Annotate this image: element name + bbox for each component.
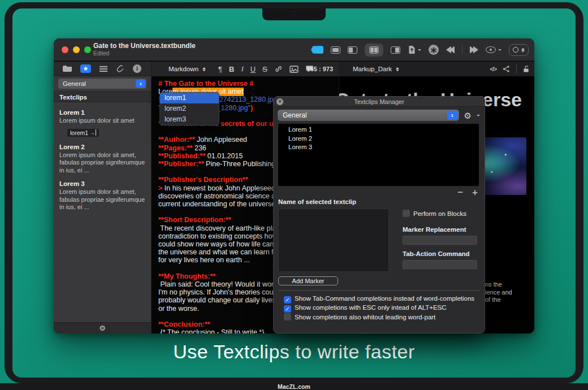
strikethrough-button[interactable]: S (262, 65, 267, 73)
dialog-titlebar: ✕ Textclips Manager (274, 97, 485, 107)
collection-select[interactable]: General (58, 79, 146, 89)
tab-action-label: Tab-Action Command (403, 250, 470, 257)
dialog-title: Textclips Manager (274, 97, 485, 107)
textclips-manager-dialog: ✕ Textclips Manager General ⚙ Lorem 1Lor… (273, 96, 485, 333)
completion-item[interactable]: lorem3 (160, 114, 219, 125)
textclips-asterisk-button[interactable]: ∗ (429, 45, 439, 55)
stepper-chevrons-icon (521, 46, 525, 54)
textclip-title: Lorem 3 (59, 180, 145, 187)
page: Gate to the Universe.textbundle Edited ∗ (0, 0, 588, 390)
forward-arrow-icon (473, 46, 478, 54)
sidebar-footer: ⚙ (54, 322, 151, 333)
add-textclip-button[interactable]: + (472, 187, 478, 198)
name-label: Name of selected textclip (278, 198, 356, 205)
option-esc-completions[interactable]: ✓Show completions with ESC only intead o… (284, 304, 447, 313)
split-view-button[interactable] (365, 44, 383, 57)
chevron-down-icon[interactable] (477, 115, 480, 118)
window-titlebar: Gate to the Universe.textbundle Edited ∗ (54, 38, 534, 61)
textclip-content-textarea[interactable] (278, 209, 389, 272)
minimize-window-button[interactable] (73, 46, 80, 53)
completion-popup: lorem1 lorem2 lorem3 (159, 92, 219, 125)
editor-toolbar: Markdown ¶ B I U S 165 : 973 (152, 62, 339, 76)
dialog-collection-select[interactable]: General (278, 110, 459, 121)
dialog-list-row[interactable]: Lorem 2 (278, 135, 479, 144)
preview-toolbar: Markup_Dark </> (339, 62, 534, 76)
list-icon[interactable] (100, 66, 107, 67)
dialog-textclip-list[interactable]: Lorem 1Lorem 2Lorem 3 (278, 124, 479, 186)
preview-style-select[interactable]: Markup_Dark (353, 66, 399, 73)
textclip-description: Lorem ipsum dolor sit amet (59, 117, 145, 125)
textclip-title: Lorem 2 (59, 144, 145, 150)
select-chevrons-icon (140, 81, 142, 86)
textclip-tag-icon[interactable] (311, 46, 323, 54)
panel-inner-icon[interactable] (331, 46, 340, 54)
editor-line: # The Gate to the Universe # (158, 80, 339, 88)
window-title: Gate to the Universe.textbundle (93, 42, 196, 50)
toolbar-divider (516, 64, 517, 73)
split-view-icon (369, 46, 379, 54)
italic-button[interactable]: I (241, 64, 243, 73)
view-mode-button[interactable] (486, 46, 501, 53)
folder-icon[interactable] (63, 66, 72, 72)
watermark-bar: MacZL.com (0, 383, 588, 390)
info-icon[interactable]: i (133, 64, 141, 73)
sidebar-right-icon[interactable] (391, 46, 400, 54)
option-tab-command-completions[interactable]: ✓Show Tab-Command completions instead of… (284, 295, 474, 304)
perform-on-blocks-checkbox[interactable]: Perform on Blocks (403, 210, 466, 217)
add-marker-button[interactable]: Add Marker (278, 276, 338, 285)
bold-button[interactable]: B (229, 65, 234, 73)
traffic-lights (62, 46, 91, 53)
paragraph-button[interactable]: ¶ (218, 65, 222, 73)
checkbox-icon (403, 210, 410, 217)
eye-icon (486, 46, 496, 53)
zoom-window-button[interactable] (84, 46, 91, 53)
code-icon[interactable]: </> (490, 66, 496, 72)
checkbox-icon: ✓ (284, 296, 291, 304)
sidebar-left-icon[interactable] (348, 46, 357, 54)
focus-mode-control[interactable] (509, 44, 529, 56)
textclip-list-item[interactable]: Lorem 1 Lorem ipsum dolor sit amet lorem… (59, 109, 145, 137)
dialog-toolbar: General ⚙ (278, 110, 480, 121)
marketing-caption: Use Textclips to write faster (12, 341, 576, 363)
tab-arrow-icon: → (89, 129, 96, 136)
select-stepper-button (447, 111, 458, 120)
redo-button[interactable] (470, 46, 478, 54)
dialog-close-button[interactable]: ✕ (276, 98, 283, 105)
share-nodes-icon[interactable] (502, 65, 511, 73)
unlock-icon[interactable] (522, 65, 530, 73)
circle-icon (513, 47, 518, 53)
preview-toolbar-icons: </> (490, 64, 530, 73)
textclip-title: Lorem 1 (59, 109, 145, 116)
chevron-down-icon (498, 49, 501, 53)
paperclip-icon[interactable] (116, 64, 124, 73)
select-chevrons-icon (202, 66, 206, 73)
marker-replacement-field[interactable] (403, 236, 477, 245)
tab-action-field[interactable] (403, 260, 477, 269)
completion-item[interactable]: lorem2 (160, 103, 219, 114)
undo-button[interactable] (446, 46, 455, 54)
textclip-description: Lorem ipsum dolor sit amet, fabulas prop… (59, 188, 145, 211)
camera-icon (292, 11, 296, 15)
gear-icon[interactable]: ⚙ (464, 111, 472, 120)
completion-item-selected[interactable]: lorem1 (160, 93, 219, 103)
window-edited-status: Edited (93, 50, 196, 57)
gear-icon[interactable]: ⚙ (99, 324, 106, 332)
preview-text-fragment: ns the ience and of the (485, 281, 512, 304)
laptop-screen: Gate to the Universe.textbundle Edited ∗ (12, 8, 576, 378)
textclip-list-item[interactable]: Lorem 2 Lorem ipsum dolor sit amet, fabu… (59, 144, 145, 175)
option-no-leading-wordpart[interactable]: Show completions also whitout leading wo… (284, 313, 435, 320)
collection-select-value: General (58, 80, 136, 87)
remove-textclip-button[interactable]: − (457, 187, 463, 198)
underline-button[interactable]: U (250, 65, 256, 73)
export-button[interactable] (408, 45, 421, 54)
chevron-down-icon (418, 49, 421, 53)
image-icon[interactable] (289, 66, 299, 73)
dialog-list-row[interactable]: Lorem 3 (278, 143, 479, 152)
format-select[interactable]: Markdown (168, 66, 206, 73)
display-notch (262, 8, 326, 20)
link-icon[interactable] (274, 65, 283, 73)
close-window-button[interactable] (62, 46, 68, 53)
dialog-list-row[interactable]: Lorem 1 (278, 125, 479, 135)
favorites-star-button[interactable]: ★ (80, 64, 91, 73)
textclip-list-item[interactable]: Lorem 3 Lorem ipsum dolor sit amet, fabu… (59, 180, 145, 211)
